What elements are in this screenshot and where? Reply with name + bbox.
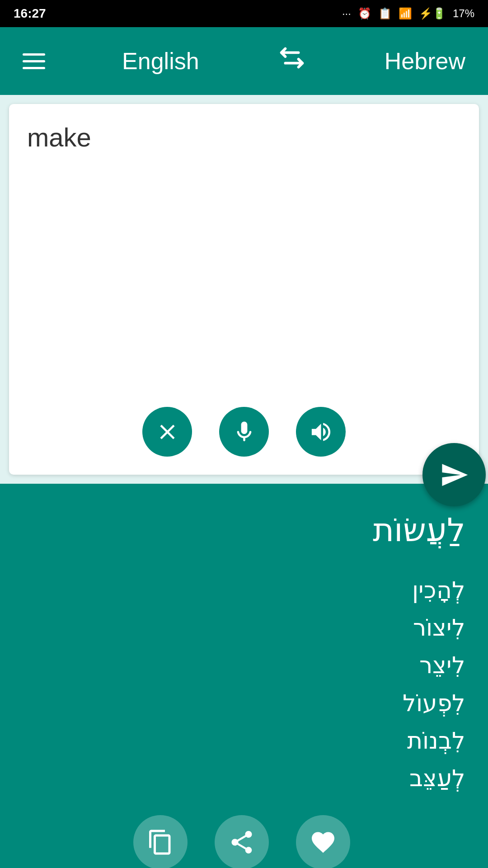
synonym-2: לִיצוֹר — [18, 609, 465, 646]
hamburger-line-3 — [23, 67, 45, 69]
target-language[interactable]: Hebrew — [385, 47, 465, 75]
synonyms-list: לְהָכִין לִיצוֹר לִיצֵר לִפְעוֹל לִבְנוֹ… — [18, 571, 465, 797]
clear-button[interactable] — [142, 407, 192, 457]
volume-icon — [309, 420, 333, 444]
heart-icon — [310, 829, 337, 856]
synonym-5: לִבְנוֹת — [18, 722, 465, 760]
output-panel: לַעֲשׂוֹת לְהָכִין לִיצוֹר לִיצֵר לִפְעו… — [0, 484, 488, 868]
status-time: 16:27 — [14, 6, 46, 21]
synonym-3: לִיצֵר — [18, 646, 465, 684]
svg-rect-0 — [276, 42, 308, 74]
share-icon — [228, 829, 255, 856]
hamburger-line-1 — [23, 53, 45, 56]
translate-button[interactable] — [422, 443, 486, 506]
synonym-4: לִפְעוֹל — [18, 684, 465, 722]
menu-button[interactable] — [23, 53, 45, 69]
microphone-button[interactable] — [219, 407, 269, 457]
swap-languages-button[interactable] — [276, 42, 308, 80]
alarm-icon: ⏰ — [358, 7, 371, 20]
speaker-button[interactable] — [296, 407, 346, 457]
status-icons: ··· ⏰ 📋 📶 ⚡🔋 17% — [342, 7, 474, 20]
share-button[interactable] — [215, 815, 269, 868]
synonym-1: לְהָכִין — [18, 571, 465, 609]
output-controls — [18, 815, 465, 868]
input-text[interactable]: make — [27, 122, 461, 393]
synonym-6: לְעַצֵּב — [18, 760, 465, 797]
input-controls — [27, 407, 461, 461]
input-panel: make — [9, 104, 479, 475]
dots-icon: ··· — [342, 7, 351, 20]
output-content: לַעֲשׂוֹת לְהָכִין לִיצוֹר לִיצֵר לִפְעו… — [18, 511, 465, 797]
hamburger-line-2 — [23, 60, 45, 62]
copy-icon — [147, 829, 174, 856]
close-icon — [155, 420, 180, 444]
source-language[interactable]: English — [122, 47, 199, 75]
favorite-button[interactable] — [296, 815, 350, 868]
main-translation: לַעֲשׂוֹת — [18, 511, 465, 549]
main-content: make — [0, 95, 488, 868]
microphone-icon — [232, 420, 257, 444]
sim-icon: 📋 — [378, 7, 392, 20]
battery-percent: 17% — [453, 7, 474, 20]
copy-button[interactable] — [133, 815, 188, 868]
app-header: English Hebrew — [0, 27, 488, 95]
send-icon — [440, 460, 469, 490]
status-bar: 16:27 ··· ⏰ 📋 📶 ⚡🔋 17% — [0, 0, 488, 27]
battery-icon: ⚡🔋 — [419, 7, 446, 20]
signal-icon: 📶 — [399, 7, 412, 20]
